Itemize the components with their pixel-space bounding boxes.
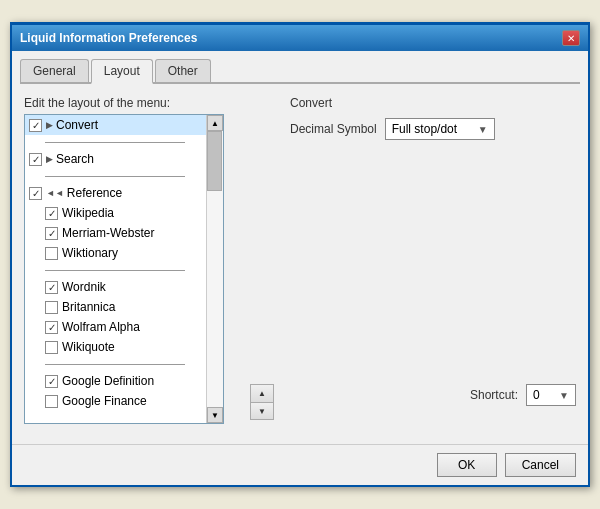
arrow-icon: ▶ <box>46 120 53 130</box>
menu-list-container: ▶ Convert ▶ <box>24 114 224 424</box>
ok-button[interactable]: OK <box>437 453 497 477</box>
item-text-wiktionary: Wiktionary <box>62 246 118 260</box>
scroll-down-button[interactable]: ▼ <box>207 407 223 423</box>
list-item[interactable]: Wikipedia <box>25 203 206 223</box>
item-text-wikiquote: Wikiquote <box>62 340 115 354</box>
decimal-symbol-dropdown[interactable]: Full stop/dot ▼ <box>385 118 495 140</box>
right-content: Convert Decimal Symbol Full stop/dot ▼ S… <box>290 96 576 406</box>
checkbox-convert[interactable] <box>29 119 42 132</box>
title-bar: Liquid Information Preferences ✕ <box>12 25 588 51</box>
shortcut-value: 0 <box>533 388 540 402</box>
list-item[interactable]: ▶ Search <box>25 149 206 169</box>
move-up-button[interactable]: ▲ <box>250 384 274 402</box>
separator-item <box>25 169 206 183</box>
checkbox-wikipedia[interactable] <box>45 207 58 220</box>
tab-other[interactable]: Other <box>155 59 211 82</box>
item-text-wikipedia: Wikipedia <box>62 206 114 220</box>
separator-line <box>45 364 185 365</box>
close-button[interactable]: ✕ <box>562 30 580 46</box>
separator-line <box>45 176 185 177</box>
list-item[interactable]: Britannica <box>25 297 206 317</box>
shortcut-dropdown-arrow-icon: ▼ <box>559 390 569 401</box>
dropdown-arrow-icon: ▼ <box>478 124 488 135</box>
decimal-symbol-row: Decimal Symbol Full stop/dot ▼ <box>290 118 576 140</box>
checkbox-google-finance[interactable] <box>45 395 58 408</box>
item-text-google-finance: Google Finance <box>62 394 147 408</box>
edit-label: Edit the layout of the menu: <box>24 96 234 110</box>
move-buttons-area: ▲ ▼ <box>250 96 274 424</box>
main-area: Edit the layout of the menu: ▶ Convert <box>20 92 580 428</box>
separator-item <box>25 357 206 371</box>
tab-bar: General Layout Other <box>20 59 580 84</box>
dbl-arrow-icon: ◄◄ <box>46 188 64 198</box>
item-text-search: ▶ Search <box>46 152 94 166</box>
convert-section-title: Convert <box>290 96 576 110</box>
tab-layout[interactable]: Layout <box>91 59 153 84</box>
decimal-symbol-label: Decimal Symbol <box>290 122 377 136</box>
separator-item <box>25 135 206 149</box>
item-text-wolfram-alpha: Wolfram Alpha <box>62 320 140 334</box>
checkbox-google-definition[interactable] <box>45 375 58 388</box>
shortcut-row: Shortcut: 0 ▼ <box>290 384 576 406</box>
checkbox-search[interactable] <box>29 153 42 166</box>
dialog-footer: OK Cancel <box>12 444 588 485</box>
list-item[interactable]: Wiktionary <box>25 243 206 263</box>
tab-general[interactable]: General <box>20 59 89 82</box>
checkbox-wolfram-alpha[interactable] <box>45 321 58 334</box>
menu-list: ▶ Convert ▶ <box>25 115 206 423</box>
dialog-content: General Layout Other Edit the layout of … <box>12 51 588 436</box>
item-text-reference: ◄◄ Reference <box>46 186 122 200</box>
checkbox-reference[interactable] <box>29 187 42 200</box>
scroll-up-button[interactable]: ▲ <box>207 115 223 131</box>
checkbox-wiktionary[interactable] <box>45 247 58 260</box>
item-text-merriam-webster: Merriam-Webster <box>62 226 154 240</box>
list-item[interactable]: Google Definition <box>25 371 206 391</box>
checkbox-britannica[interactable] <box>45 301 58 314</box>
move-down-button[interactable]: ▼ <box>250 402 274 420</box>
checkbox-wordnik[interactable] <box>45 281 58 294</box>
dialog-window: Liquid Information Preferences ✕ General… <box>10 22 590 487</box>
separator-line <box>45 142 185 143</box>
scrollbar[interactable]: ▲ ▼ <box>206 115 223 423</box>
shortcut-dropdown[interactable]: 0 ▼ <box>526 384 576 406</box>
item-text-google-definition: Google Definition <box>62 374 154 388</box>
list-item[interactable]: Wordnik <box>25 277 206 297</box>
list-item[interactable]: ◄◄ Reference <box>25 183 206 203</box>
list-item[interactable]: Google Finance <box>25 391 206 411</box>
scroll-thumb-area <box>207 131 223 407</box>
checkbox-wikiquote[interactable] <box>45 341 58 354</box>
right-panel: Convert Decimal Symbol Full stop/dot ▼ S… <box>290 96 576 424</box>
separator-line <box>45 270 185 271</box>
item-text-wordnik: Wordnik <box>62 280 106 294</box>
item-text-convert: ▶ Convert <box>46 118 98 132</box>
scroll-thumb[interactable] <box>207 131 222 191</box>
item-text-britannica: Britannica <box>62 300 115 314</box>
separator-item <box>25 263 206 277</box>
list-item[interactable]: Wolfram Alpha <box>25 317 206 337</box>
decimal-symbol-value: Full stop/dot <box>392 122 457 136</box>
list-item[interactable]: Merriam-Webster <box>25 223 206 243</box>
top-right: Convert Decimal Symbol Full stop/dot ▼ <box>290 96 576 148</box>
cancel-button[interactable]: Cancel <box>505 453 576 477</box>
checkbox-merriam-webster[interactable] <box>45 227 58 240</box>
shortcut-label: Shortcut: <box>470 388 518 402</box>
left-panel: Edit the layout of the menu: ▶ Convert <box>24 96 234 424</box>
list-item[interactable]: ▶ Convert <box>25 115 206 135</box>
arrow-icon: ▶ <box>46 154 53 164</box>
list-item[interactable]: Wikiquote <box>25 337 206 357</box>
title-bar-buttons: ✕ <box>562 30 580 46</box>
window-title: Liquid Information Preferences <box>20 31 197 45</box>
